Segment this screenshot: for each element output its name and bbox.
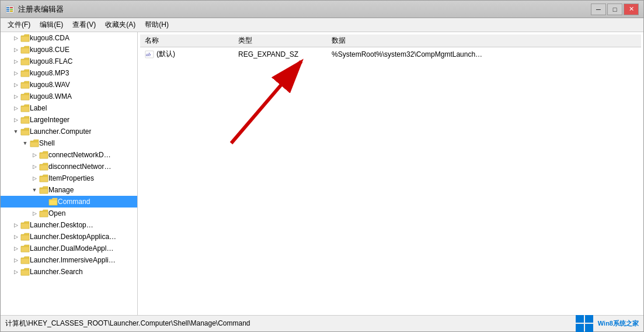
folder-icon (20, 221, 30, 229)
expand-icon[interactable]: ▼ (11, 127, 20, 136)
tree-item-launcherdualmode[interactable]: ▷ Launcher.DualModeAppl… (1, 243, 137, 254)
expand-icon[interactable]: ▷ (11, 115, 20, 124)
svg-rect-2 (6, 9, 9, 10)
expand-icon[interactable]: ▼ (30, 185, 39, 195)
expand-icon[interactable]: ▷ (11, 232, 20, 241)
folder-icon (20, 268, 30, 276)
expand-icon[interactable]: ▷ (30, 174, 39, 183)
tree-item-launcherimmersive[interactable]: ▷ Launcher.ImmersiveAppli… (1, 254, 137, 266)
tree-label: kugou8.WMA (30, 92, 72, 101)
close-button[interactable]: ✕ (624, 4, 639, 15)
expand-icon[interactable]: ▷ (11, 255, 20, 265)
tree-label: Open (48, 209, 65, 217)
folder-icon (20, 116, 30, 124)
expand-icon[interactable]: ▼ (20, 139, 30, 148)
expand-icon[interactable]: ▷ (30, 162, 39, 171)
tree-item-open[interactable]: ▷ Open (1, 208, 137, 219)
win8-logo-icon (576, 314, 594, 333)
folder-icon (20, 57, 30, 65)
tree-item-kugou8cda[interactable]: ▷ kugou8.CDA (1, 32, 137, 44)
tree-item-largeinteger[interactable]: ▷ LargeInteger (1, 114, 137, 126)
folder-icon (20, 244, 30, 253)
expand-icon[interactable]: ▷ (11, 92, 20, 101)
menu-favorites[interactable]: 收藏夹(A) (100, 19, 140, 31)
minimize-button[interactable]: ─ (591, 4, 606, 15)
expand-icon[interactable]: ▷ (11, 33, 20, 43)
expand-icon[interactable]: ▷ (11, 267, 20, 276)
folder-icon (20, 104, 30, 112)
svg-rect-3 (6, 11, 9, 12)
menu-file[interactable]: 文件(F) (3, 19, 35, 31)
tree-label: connectNetworkD… (48, 151, 111, 159)
reg-type-cell: REG_EXPAND_SZ (234, 47, 327, 61)
expand-icon[interactable]: ▷ (30, 209, 39, 218)
main-content: ▷ kugou8.CDA ▷ kugou8.CUE ▷ (1, 32, 643, 315)
folder-icon (20, 69, 30, 77)
tree-label: LargeInteger (30, 116, 69, 124)
tree-label: Shell (39, 139, 55, 147)
folder-icon (20, 34, 30, 42)
folder-icon (20, 81, 30, 89)
tree-item-connectnetwork[interactable]: ▷ connectNetworkD… (1, 149, 137, 161)
tree-item-itemproperties[interactable]: ▷ ItemProperties (1, 172, 137, 184)
menu-view[interactable]: 查看(V) (68, 19, 100, 31)
expand-icon[interactable]: ▷ (30, 150, 39, 160)
right-panel: 名称 类型 数据 ab (默认) (138, 32, 643, 315)
tree-label: Manage (48, 186, 74, 194)
svg-rect-6 (10, 11, 13, 12)
tree-item-kugou8mp3[interactable]: ▷ kugou8.MP3 (1, 67, 137, 79)
win8-brand-text: Win8系统之家 (598, 319, 639, 328)
folder-icon (39, 209, 48, 217)
expand-icon[interactable]: ▷ (11, 244, 20, 253)
tree-item-launcherdesktop[interactable]: ▷ Launcher.Desktop… (1, 219, 137, 231)
expand-icon[interactable]: ▷ (11, 80, 20, 89)
tree-label: Launcher.Computer (30, 127, 91, 136)
folder-open-icon (30, 139, 39, 147)
tree-item-shell[interactable]: ▼ Shell (1, 137, 137, 149)
tree-label: kugou8.CUE (30, 46, 69, 54)
expand-icon[interactable]: ▷ (11, 103, 20, 113)
status-path: 计算机\HKEY_CLASSES_ROOT\Launcher.Computer\… (5, 319, 250, 328)
folder-icon (39, 162, 48, 171)
registry-editor-window: 注册表编辑器 ─ □ ✕ 文件(F) 编辑(E) 查看(V) 收藏夹(A) 帮助… (0, 0, 644, 332)
folder-icon (39, 174, 48, 182)
tree-label: Launcher.Search (30, 268, 83, 276)
reg-name-cell: ab (默认) (140, 47, 234, 61)
tree-label: kugou8.CDA (30, 34, 69, 42)
svg-rect-12 (585, 314, 593, 323)
tree-item-disconnectnetwork[interactable]: ▷ disconnectNetwor… (1, 161, 137, 172)
expand-icon[interactable]: ▷ (11, 68, 20, 78)
folder-icon (20, 256, 30, 264)
tree-label: kugou8.WAV (30, 81, 70, 89)
tree-panel[interactable]: ▷ kugou8.CDA ▷ kugou8.CUE ▷ (1, 32, 138, 315)
tree-label: Launcher.Desktop… (30, 221, 93, 229)
svg-rect-1 (6, 7, 9, 8)
svg-line-10 (231, 61, 301, 143)
win8-brand: Win8系统之家 (576, 314, 639, 333)
tree-item-launchercomputer[interactable]: ▼ Launcher.Computer (1, 126, 137, 137)
tree-item-manage[interactable]: ▼ Manage (1, 184, 137, 196)
tree-item-command[interactable]: Command (1, 196, 137, 208)
expand-icon[interactable]: ▷ (11, 45, 20, 54)
tree-item-launcherdesktopapp[interactable]: ▷ Launcher.DesktopApplica… (1, 231, 137, 243)
expand-icon[interactable]: ▷ (11, 57, 20, 66)
tree-item-kugou8wma[interactable]: ▷ kugou8.WMA (1, 91, 137, 102)
expand-icon[interactable]: ▷ (11, 220, 20, 230)
tree-item-kugou8wav[interactable]: ▷ kugou8.WAV (1, 79, 137, 91)
folder-open-icon (20, 127, 30, 136)
tree-item-kugou8cue[interactable]: ▷ kugou8.CUE (1, 44, 137, 56)
svg-rect-13 (576, 324, 584, 332)
folder-icon (20, 233, 30, 241)
menu-edit[interactable]: 编辑(E) (35, 19, 68, 31)
folder-icon (20, 92, 30, 101)
titlebar-left: 注册表编辑器 (5, 4, 64, 15)
menu-help[interactable]: 帮助(H) (140, 19, 173, 31)
maximize-button[interactable]: □ (607, 4, 622, 15)
tree-item-kugou8flac[interactable]: ▷ kugou8.FLAC (1, 56, 137, 67)
menubar: 文件(F) 编辑(E) 查看(V) 收藏夹(A) 帮助(H) (1, 18, 643, 32)
tree-item-label[interactable]: ▷ Label (1, 102, 137, 114)
tree-item-launchersearch[interactable]: ▷ Launcher.Search (1, 266, 137, 278)
svg-rect-11 (576, 314, 584, 323)
table-row[interactable]: ab (默认) REG_EXPAND_SZ %SystemRoot%\syste… (140, 47, 641, 61)
svg-rect-5 (10, 9, 13, 10)
